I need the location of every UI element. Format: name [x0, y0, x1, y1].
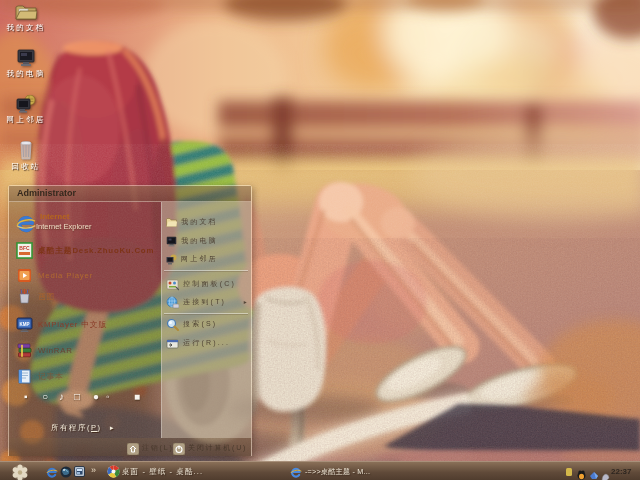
svg-text:BFC: BFC — [19, 245, 30, 251]
svg-text:KMP: KMP — [20, 321, 30, 326]
